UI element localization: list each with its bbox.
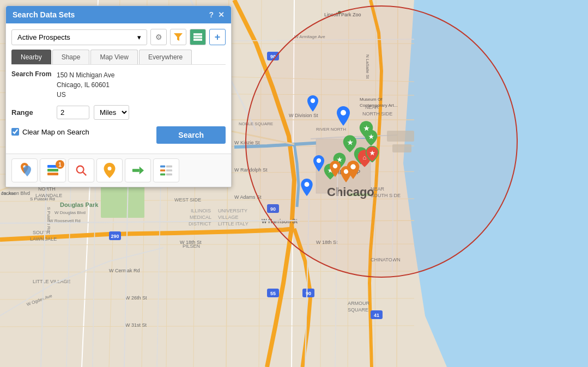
dropdown-arrow-icon: ▾ (137, 33, 141, 41)
svg-text:WEST SIDE: WEST SIDE (174, 197, 201, 203)
svg-text:★: ★ (347, 139, 353, 146)
list-toolbar-button[interactable] (153, 158, 179, 182)
search-from-address: 150 N Michigan Ave Chicago, IL 60601 US (57, 70, 115, 100)
add-dataset-button[interactable]: + (209, 29, 226, 45)
tab-shape[interactable]: Shape (52, 50, 90, 64)
search-radius-circle (245, 5, 518, 278)
svg-point-105 (317, 158, 321, 163)
svg-point-104 (311, 99, 315, 103)
map-marker-blue-2[interactable] (313, 155, 324, 173)
clear-map-checkbox[interactable] (11, 128, 19, 136)
svg-text:6th Ave: 6th Ave (1, 191, 16, 196)
svg-rect-120 (193, 36, 202, 38)
panel-body: Active Prospects ▾ ⚙ + (6, 23, 231, 154)
map-marker-blue-3[interactable] (301, 179, 313, 198)
clear-map-row: Clear Map on Search (11, 128, 89, 136)
map-marker-blue-1[interactable] (307, 95, 318, 113)
filter-icon (174, 33, 183, 41)
route-toolbar-button[interactable] (125, 158, 151, 182)
svg-text:ILLINOIS: ILLINOIS (191, 208, 211, 213)
pins-toolbar-button[interactable] (11, 158, 38, 182)
svg-text:W Douglas Blvd: W Douglas Blvd (54, 210, 86, 215)
svg-rect-136 (166, 174, 172, 176)
svg-rect-132 (166, 166, 172, 168)
svg-rect-119 (193, 33, 202, 35)
center-marker[interactable] (337, 106, 350, 127)
panel-header-icons: ? ✕ (209, 10, 225, 19)
svg-text:SQUARE: SQUARE (348, 307, 368, 313)
help-icon[interactable]: ? (209, 10, 214, 19)
map-marker-green-star-top[interactable]: ★ (364, 130, 378, 148)
tabs-row: Nearby Shape Map View Everywhere (11, 50, 226, 65)
route-icon (132, 164, 144, 176)
svg-rect-134 (166, 169, 172, 172)
map-marker-orange-1[interactable] (329, 161, 341, 179)
svg-text:41: 41 (374, 313, 379, 318)
tab-mapview[interactable]: Map View (90, 50, 137, 64)
range-row: Range Miles Km (11, 105, 226, 120)
panel-title: Search Data Sets (13, 10, 75, 19)
location-pin-icon (104, 163, 116, 178)
svg-marker-118 (174, 33, 183, 41)
layers-icon (193, 33, 202, 41)
search-button[interactable]: Search (156, 126, 226, 144)
svg-text:LITTLE VILLAGE: LITTLE VILLAGE (33, 279, 71, 284)
range-label: Range (11, 108, 52, 117)
location-toolbar-button[interactable] (96, 158, 123, 182)
svg-point-114 (350, 164, 355, 169)
svg-text:W Roosevelt Rd: W Roosevelt Rd (49, 218, 81, 223)
address-line2: Chicago, IL 60601 (57, 80, 115, 90)
svg-point-106 (305, 182, 310, 187)
bottom-toolbar: 1 (6, 154, 231, 187)
svg-point-128 (108, 167, 112, 170)
svg-rect-131 (160, 166, 165, 168)
search-panel: Search Data Sets ? ✕ Active Prospects ▾ … (5, 5, 232, 187)
svg-text:W Cermak Rd: W Cermak Rd (109, 268, 140, 273)
svg-text:S Pulaski Rd: S Pulaski Rd (30, 197, 55, 201)
svg-rect-125 (47, 173, 58, 175)
svg-text:PILSEN: PILSEN (183, 243, 200, 249)
clear-map-label: Clear Map on Search (22, 128, 89, 136)
search-from-label: Search From (11, 70, 52, 100)
svg-text:W 31st St: W 31st St (125, 322, 147, 328)
search-tool-button[interactable] (68, 158, 94, 182)
range-input[interactable] (57, 106, 89, 119)
svg-text:55: 55 (270, 291, 276, 296)
svg-line-127 (83, 172, 86, 175)
list-icon (160, 165, 172, 176)
settings-button[interactable]: ⚙ (150, 29, 167, 45)
close-icon[interactable]: ✕ (218, 10, 225, 19)
svg-point-103 (341, 110, 346, 115)
search-from-row: Search From 150 N Michigan Ave Chicago, … (11, 70, 226, 100)
panel-header: Search Data Sets ? ✕ (6, 6, 231, 23)
address-line3: US (57, 90, 115, 100)
svg-rect-25 (101, 185, 144, 218)
svg-text:VILLAGE: VILLAGE (218, 215, 239, 220)
svg-text:★: ★ (368, 133, 374, 140)
tab-nearby[interactable]: Nearby (11, 50, 51, 64)
svg-rect-133 (160, 169, 165, 172)
layers-button[interactable] (190, 29, 206, 45)
search-icon (75, 164, 87, 176)
layers-badge: 1 (56, 160, 64, 169)
dataset-dropdown[interactable]: Active Prospects ▾ (11, 29, 147, 45)
svg-text:290: 290 (111, 234, 119, 239)
svg-point-112 (333, 164, 337, 168)
svg-text:ARMOUR: ARMOUR (348, 301, 369, 306)
svg-marker-130 (140, 167, 144, 175)
add-icon: + (215, 32, 221, 43)
svg-text:UNIVERSITY: UNIVERSITY (218, 208, 247, 213)
svg-rect-135 (160, 174, 165, 176)
svg-text:Douglas Park: Douglas Park (60, 201, 99, 208)
address-line1: 150 N Michigan Ave (57, 70, 115, 80)
svg-rect-124 (47, 169, 58, 172)
tab-everywhere[interactable]: Everywhere (139, 50, 192, 64)
range-unit-select[interactable]: Miles Km (94, 105, 129, 120)
filter-button[interactable] (170, 29, 186, 45)
dataset-label: Active Prospects (17, 33, 70, 41)
pins-icon (18, 163, 31, 178)
map-marker-red-star[interactable]: ★ (365, 146, 379, 164)
svg-text:★: ★ (369, 150, 375, 156)
layers-toolbar-button[interactable]: 1 (40, 158, 66, 182)
svg-point-126 (77, 166, 84, 173)
